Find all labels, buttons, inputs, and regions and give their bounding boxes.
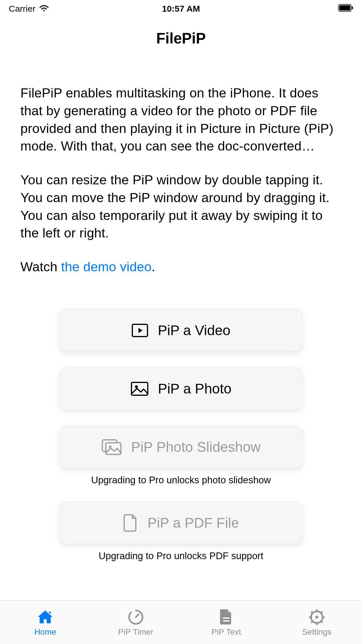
timer-icon [128, 608, 144, 625]
page-title: FilePiP [0, 30, 362, 47]
intro-p3-post: . [152, 259, 155, 274]
svg-line-19 [312, 612, 313, 613]
svg-point-9 [109, 446, 111, 448]
tab-home[interactable]: Home [0, 601, 91, 644]
status-bar: Carrier 10:57 AM [0, 0, 362, 18]
battery-icon [338, 4, 353, 14]
svg-line-10 [136, 614, 139, 617]
pip-pdf-label: PiP a PDF File [147, 515, 239, 531]
status-right [338, 4, 353, 14]
svg-marker-4 [138, 328, 143, 333]
home-icon [37, 608, 54, 625]
tab-pip-timer[interactable]: PiP Timer [91, 601, 181, 644]
svg-point-6 [135, 385, 138, 388]
pip-pdf-caption: Upgrading to Pro unlocks PDF support [99, 550, 263, 561]
svg-point-14 [315, 616, 318, 619]
gear-icon [309, 608, 325, 625]
svg-rect-8 [106, 443, 121, 454]
slideshow-icon [101, 439, 122, 455]
pip-slideshow-caption: Upgrading to Pro unlocks photo slideshow [91, 475, 271, 486]
carrier-label: Carrier [9, 4, 36, 14]
action-buttons: PiP a Video PiP a Photo [0, 309, 362, 561]
wifi-icon [39, 4, 49, 14]
pip-video-label: PiP a Video [158, 322, 230, 338]
svg-line-20 [321, 621, 322, 622]
tab-settings[interactable]: Settings [272, 601, 362, 644]
intro-paragraph-3: Watch the demo video. [20, 258, 342, 276]
intro-section: FilePiP enables multitasking on the iPho… [0, 84, 362, 276]
svg-rect-2 [352, 6, 353, 9]
tab-pip-timer-label: PiP Timer [118, 627, 153, 637]
intro-paragraph-1: FilePiP enables multitasking on the iPho… [20, 84, 342, 155]
pip-photo-button[interactable]: PiP a Photo [60, 368, 302, 410]
svg-rect-11 [223, 617, 230, 619]
status-time: 10:57 AM [162, 4, 200, 14]
svg-line-21 [312, 621, 313, 622]
document-icon [123, 514, 138, 532]
status-left: Carrier [9, 4, 49, 14]
pip-slideshow-button[interactable]: PiP Photo Slideshow [60, 426, 302, 468]
pip-pdf-button[interactable]: PiP a PDF File [60, 502, 302, 544]
photo-icon [131, 382, 149, 396]
intro-paragraph-2: You can resize the PiP window by double … [20, 171, 342, 242]
svg-rect-5 [131, 382, 148, 395]
tab-bar: Home PiP Timer PiP Text [0, 600, 362, 644]
pip-video-button[interactable]: PiP a Video [60, 309, 302, 351]
pip-slideshow-label: PiP Photo Slideshow [131, 439, 261, 455]
svg-line-22 [321, 612, 322, 613]
video-icon [131, 323, 148, 337]
svg-rect-12 [223, 620, 230, 622]
demo-video-link[interactable]: the demo video [61, 259, 152, 274]
pip-photo-label: PiP a Photo [158, 381, 232, 397]
tab-home-label: Home [34, 627, 56, 637]
tab-pip-text-label: PiP Text [211, 627, 241, 637]
intro-p3-pre: Watch [20, 259, 61, 274]
text-document-icon [219, 608, 233, 625]
tab-pip-text[interactable]: PiP Text [181, 601, 272, 644]
tab-settings-label: Settings [302, 627, 331, 637]
svg-rect-1 [339, 5, 350, 10]
